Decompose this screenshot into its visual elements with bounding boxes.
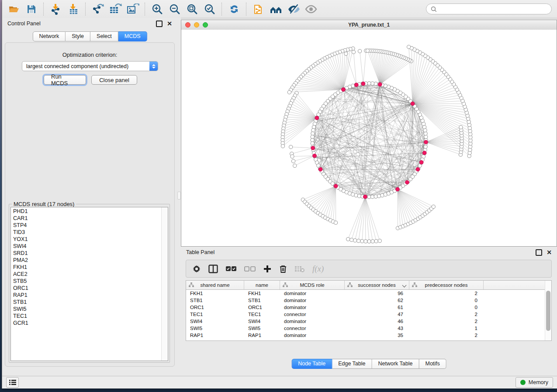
hide-selected-icon[interactable] xyxy=(286,2,301,16)
export-table-icon[interactable] xyxy=(108,2,123,16)
mcds-result-item[interactable]: TID3 xyxy=(11,229,161,236)
table-cell[interactable]: 2 xyxy=(409,290,484,297)
float-panel-icon[interactable] xyxy=(536,249,542,256)
column-header-name[interactable]: name xyxy=(244,281,280,289)
unselect-all-columns-icon[interactable] xyxy=(244,266,256,272)
tab-mcds[interactable]: MCDS xyxy=(118,31,147,41)
mcds-result-item[interactable]: CAR1 xyxy=(11,215,161,222)
close-panel-button[interactable]: Close panel xyxy=(91,75,137,85)
apply-layout-icon[interactable] xyxy=(227,2,242,16)
mcds-result-item[interactable]: PHD1 xyxy=(11,208,161,215)
table-cell[interactable]: connector xyxy=(280,311,345,318)
float-panel-icon[interactable] xyxy=(156,21,163,27)
table-row[interactable]: RAP1RAP1dominator352 xyxy=(186,332,545,339)
tab-style[interactable]: Style xyxy=(66,31,90,41)
table-cell[interactable]: TEC1 xyxy=(244,311,280,318)
table-cell[interactable]: STB1 xyxy=(186,297,244,304)
table-cell[interactable]: 46 xyxy=(345,318,409,325)
table-cell[interactable]: 2 xyxy=(409,318,484,325)
table-cell[interactable]: dominator xyxy=(280,304,345,311)
table-cell[interactable]: dominator xyxy=(280,332,345,339)
tab-node-table[interactable]: Node Table xyxy=(291,359,332,369)
mcds-result-list[interactable]: PHD1CAR1STP4TID3YOX1SWI4SRD1PMA2FKH1ACE2… xyxy=(10,207,168,361)
table-cell[interactable]: ORC1 xyxy=(186,304,244,311)
table-row[interactable]: SWI5SWI5connector431 xyxy=(186,325,545,332)
tab-motifs[interactable]: Motifs xyxy=(419,359,446,369)
mcds-result-item[interactable]: STB5 xyxy=(11,278,161,285)
table-cell[interactable]: RAP1 xyxy=(186,332,244,339)
mcds-result-item[interactable]: SRD1 xyxy=(11,250,161,257)
delete-column-icon[interactable] xyxy=(279,265,287,273)
table-cell[interactable]: ACE2 xyxy=(186,339,244,341)
mcds-result-item[interactable]: ORC1 xyxy=(11,285,161,292)
table-cell[interactable]: STB1 xyxy=(244,297,280,304)
table-cell[interactable]: 2 xyxy=(409,311,484,318)
table-cell[interactable]: 2 xyxy=(409,332,484,339)
mcds-result-item[interactable]: SWI4 xyxy=(11,243,161,250)
table-cell[interactable]: SWI4 xyxy=(244,318,280,325)
table-cell[interactable]: 1 xyxy=(409,325,484,332)
panel-splitter[interactable] xyxy=(177,18,181,372)
import-network-icon[interactable] xyxy=(48,2,63,16)
tab-edge-table[interactable]: Edge Table xyxy=(332,359,372,369)
table-cell[interactable]: connector xyxy=(280,339,345,341)
table-cell[interactable]: 47 xyxy=(345,311,409,318)
run-mcds-button[interactable]: Run MCDS xyxy=(44,75,86,85)
table-cell[interactable]: 0 xyxy=(409,297,484,304)
table-cell[interactable]: 62 xyxy=(345,297,409,304)
table-settings-gear-icon[interactable] xyxy=(192,265,201,273)
show-columns-icon[interactable] xyxy=(208,265,218,273)
search-box[interactable] xyxy=(426,3,552,14)
table-row[interactable]: FKH1FKH1dominator962 xyxy=(186,290,545,297)
network-canvas[interactable] xyxy=(181,30,557,246)
zoom-selected-icon[interactable] xyxy=(202,2,217,16)
table-cell[interactable]: 35 xyxy=(345,332,409,339)
network-titlebar[interactable]: YPA_prune.txt_1 xyxy=(181,20,557,30)
open-session-icon[interactable] xyxy=(7,2,21,16)
tab-network[interactable]: Network xyxy=(32,31,66,41)
table-cell[interactable]: ACE2 xyxy=(244,339,280,341)
mcds-result-item[interactable]: SWI5 xyxy=(11,306,161,313)
table-cell[interactable]: 1 xyxy=(409,339,484,341)
import-table-icon[interactable] xyxy=(66,2,81,16)
new-network-from-selection-icon[interactable] xyxy=(251,2,266,16)
table-cell[interactable]: 96 xyxy=(345,290,409,297)
mcds-result-item[interactable]: RAP1 xyxy=(11,292,161,299)
save-session-icon[interactable] xyxy=(24,2,39,16)
table-cell[interactable]: TEC1 xyxy=(186,311,244,318)
create-column-icon[interactable] xyxy=(263,265,272,273)
memory-button[interactable]: Memory xyxy=(515,377,553,388)
mcds-result-item[interactable]: YOX1 xyxy=(11,236,161,243)
table-cell[interactable]: 61 xyxy=(345,304,409,311)
show-all-icon[interactable] xyxy=(304,2,318,16)
table-row[interactable]: TEC1TEC1connector472 xyxy=(186,311,545,318)
mcds-list-scrollbar[interactable] xyxy=(161,207,168,361)
close-panel-icon[interactable]: ✕ xyxy=(167,21,172,26)
table-row[interactable]: ORC1ORC1dominator610 xyxy=(186,304,545,311)
table-cell[interactable]: SWI4 xyxy=(186,318,244,325)
close-panel-icon[interactable]: ✕ xyxy=(547,250,552,255)
zoom-out-icon[interactable] xyxy=(167,2,182,16)
mcds-result-item[interactable]: PMA2 xyxy=(11,257,161,264)
mcds-result-item[interactable]: ACE2 xyxy=(11,271,161,278)
select-all-columns-icon[interactable] xyxy=(225,266,237,272)
table-cell[interactable]: ORC1 xyxy=(244,304,280,311)
table-cell[interactable]: 0 xyxy=(409,304,484,311)
zoom-fit-icon[interactable] xyxy=(185,2,200,16)
column-header-MCDS-role[interactable]: MCDS role xyxy=(280,281,345,289)
mcds-result-item[interactable]: STP4 xyxy=(11,222,161,229)
table-cell[interactable]: 43 xyxy=(345,325,409,332)
table-cell[interactable]: FKH1 xyxy=(244,290,280,297)
criterion-dropdown[interactable]: largest connected component (undirected) xyxy=(22,61,158,71)
scrollbar-thumb[interactable] xyxy=(546,291,550,331)
tab-select[interactable]: Select xyxy=(90,31,118,41)
table-cell[interactable]: 31 xyxy=(345,339,409,341)
mcds-result-item[interactable]: FKH1 xyxy=(11,264,161,271)
table-cell[interactable]: FKH1 xyxy=(186,290,244,297)
search-input[interactable] xyxy=(439,6,547,13)
column-header-successor-nodes[interactable]: successor nodes xyxy=(345,281,409,289)
zoom-in-icon[interactable] xyxy=(150,2,165,16)
column-header-predecessor-nodes[interactable]: predecessor nodes xyxy=(409,281,484,289)
table-scrollbar[interactable] xyxy=(545,281,551,340)
column-header-shared-name[interactable]: shared name xyxy=(186,281,244,289)
